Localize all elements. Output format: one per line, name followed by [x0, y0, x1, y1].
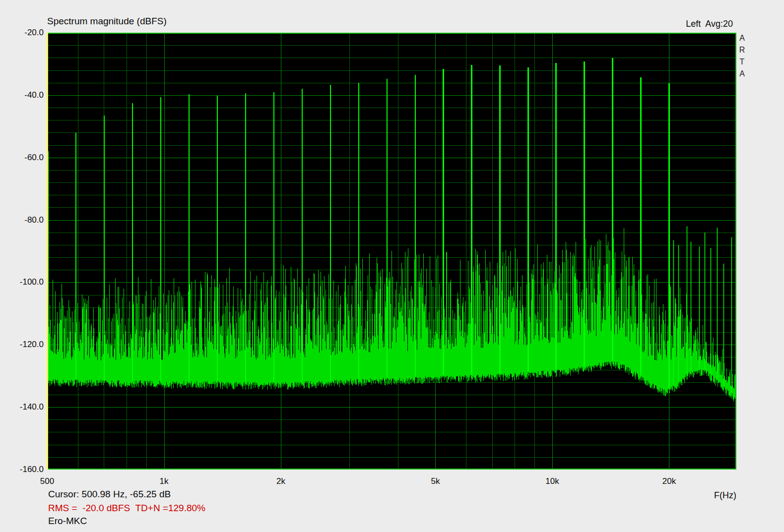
- y-tick-label: -100.0: [13, 277, 44, 287]
- x-tick-label: 2k: [276, 476, 285, 486]
- x-tick-label: 500: [40, 476, 54, 486]
- rms-thdn-readout: RMS = -20.0 dBFS TD+N =129.80%: [48, 503, 205, 514]
- y-tick-label: -140.0: [13, 402, 44, 412]
- x-tick-label: 10k: [545, 476, 559, 486]
- channel-avg-label: Left Avg:20: [686, 19, 733, 29]
- x-tick-label: 20k: [662, 476, 676, 486]
- arta-watermark: ARTA: [738, 34, 746, 81]
- spectrum-canvas[interactable]: [47, 33, 736, 470]
- x-tick-label: 1k: [160, 476, 169, 486]
- y-tick-label: -40.0: [13, 90, 44, 100]
- y-tick-label: -60.0: [13, 153, 44, 163]
- x-tick-label: 5k: [431, 476, 440, 486]
- y-tick-label: -160.0: [13, 465, 44, 474]
- arta-spectrum-window: Spectrum magnitude (dBFS) Left Avg:20 AR…: [0, 0, 784, 532]
- cursor-readout: Cursor: 500.98 Hz, -65.25 dB: [48, 489, 171, 500]
- y-tick-label: -120.0: [13, 340, 44, 350]
- y-tick-label: -80.0: [13, 215, 44, 225]
- page-title: Spectrum magnitude (dBFS): [47, 16, 167, 27]
- y-tick-label: -20.0: [13, 28, 44, 38]
- spectrum-plot-area[interactable]: [47, 33, 736, 470]
- signature-label: Ero-MKC: [48, 516, 87, 527]
- x-axis-unit: F(Hz): [714, 490, 736, 501]
